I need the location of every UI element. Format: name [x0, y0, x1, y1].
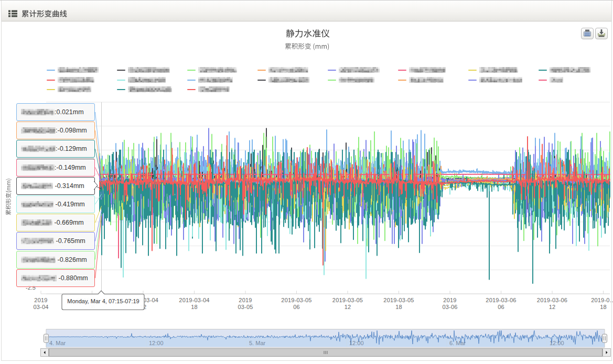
navigator-right-handle[interactable] — [603, 334, 607, 343]
tooltip-value: -0.880mm — [57, 274, 88, 282]
arrow-left-icon — [41, 349, 48, 356]
tooltip-box: :-0.098mm — [16, 122, 95, 139]
tooltip-box: -0.880mm — [16, 269, 95, 287]
navigator-axis-label: 12:00 — [550, 340, 564, 346]
navigator-axis-label: 5. Mar — [249, 340, 265, 346]
scrollbar-right-button[interactable] — [603, 348, 611, 357]
tooltip-box: -0.669mm — [16, 214, 95, 231]
tooltip-series-name-censored — [21, 219, 52, 226]
navigator-axis-label: 4. Mar — [49, 340, 66, 346]
tooltip-value: :-0.129mm — [56, 145, 87, 152]
tooltip-box: -0.765mm — [16, 232, 95, 250]
tooltip-value: -0.826mm — [56, 256, 87, 263]
navigator-axis-label: 6. Mar — [449, 340, 466, 346]
xaxis-label-line: 2019-0… — [572, 297, 613, 304]
navigator-left-handle[interactable] — [44, 334, 49, 343]
tooltip-series-name-censored — [21, 201, 53, 208]
tooltip-box: -0.826mm — [16, 251, 95, 269]
tooltip-value: :-0.098mm — [56, 127, 87, 134]
arrow-right-icon — [603, 349, 610, 356]
tooltip-series-name-censored — [21, 237, 54, 245]
yaxis-title-glyphs — [6, 179, 12, 215]
tooltip-value: -0.765mm — [54, 237, 85, 245]
scrollbar-thumb[interactable] — [49, 348, 603, 357]
scrollbar-left-button[interactable] — [40, 348, 49, 357]
tooltip-series-name-censored — [21, 108, 55, 116]
tooltip-series-name-censored — [21, 164, 55, 171]
navigator-axis-label: 12:00 — [149, 340, 164, 346]
tooltip-series-name-censored — [21, 127, 56, 134]
tooltip-box: :0.021mm — [16, 103, 95, 121]
tooltip-series-name-censored — [21, 145, 56, 152]
tooltip-box: -0.314mm — [16, 177, 95, 195]
tooltip-series-name-censored — [21, 182, 53, 190]
tooltip-value: -0.669mm — [52, 219, 84, 226]
tooltip-value: :0.021mm — [55, 108, 84, 116]
tooltip-callout-arrow — [94, 181, 99, 191]
tooltip-value: -0.419mm — [53, 201, 85, 208]
tooltip-date-label: Monday, Mar 4, 07:15-07:19 — [63, 298, 143, 304]
tooltip-box: -0.419mm — [16, 195, 95, 213]
tooltip-value: :-0.149mm — [55, 164, 86, 171]
chart-panel: 201903-042019-03-04062019-03-04122019-03… — [0, 0, 613, 364]
tooltip-value: -0.314mm — [53, 182, 84, 190]
tooltip-box: :-0.149mm — [16, 159, 95, 177]
xaxis-label: 2019-0…18 — [572, 297, 613, 311]
tooltip-series-name-censored — [21, 256, 56, 263]
tooltip-series-name-censored — [21, 274, 57, 282]
scrollbar-grip-icon — [49, 349, 602, 356]
tooltip-box: :-0.129mm — [16, 140, 95, 158]
series-line — [100, 174, 610, 174]
panel-body: 201903-042019-03-04062019-03-04122019-03… — [1, 1, 612, 361]
navigator-axis-label: 12:00 — [349, 340, 364, 346]
xaxis-label-line: 18 — [572, 304, 613, 311]
